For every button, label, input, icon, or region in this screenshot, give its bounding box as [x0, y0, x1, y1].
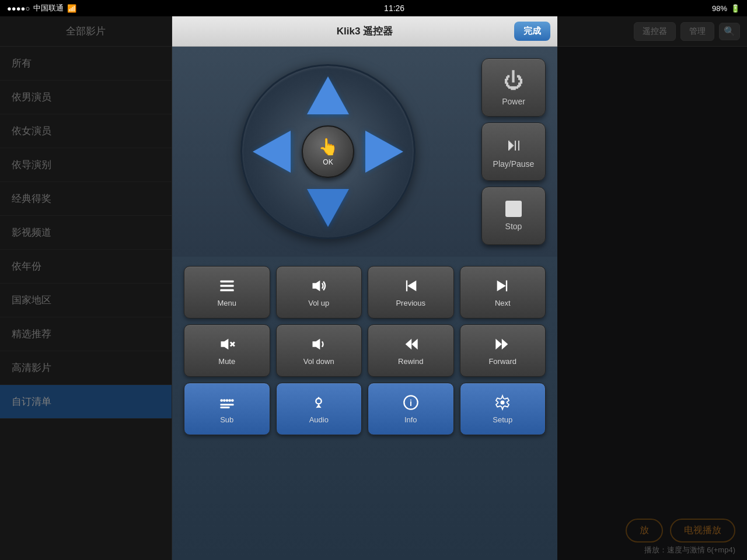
power-label: Power: [502, 97, 525, 106]
previous-button[interactable]: Previous: [368, 266, 454, 318]
stop-button[interactable]: Stop: [481, 187, 546, 245]
stop-label: Stop: [505, 222, 522, 231]
wifi-icon: 📶: [67, 4, 76, 13]
dpad-container: 👆 OK: [184, 58, 472, 245]
stop-icon: [505, 201, 522, 217]
status-bar-left: ●●●●○ 中国联通 📶: [7, 3, 76, 13]
mute-label: Mute: [218, 357, 235, 366]
menu-button[interactable]: Menu: [184, 266, 270, 318]
svg-point-21: [228, 399, 231, 402]
svg-rect-16: [220, 404, 233, 405]
modal-title: Klik3 遥控器: [337, 24, 393, 38]
forward-button[interactable]: Forward: [460, 324, 546, 377]
mute-icon: [219, 336, 235, 352]
dpad: 👆 OK: [240, 64, 416, 239]
ok-label: OK: [323, 158, 333, 166]
next-button[interactable]: Next: [460, 266, 546, 318]
play-pause-button[interactable]: ⏯ Play/Pause: [481, 123, 546, 181]
svg-rect-17: [220, 407, 229, 408]
forward-label: Forward: [488, 357, 516, 366]
svg-rect-2: [220, 289, 233, 291]
setup-label: Setup: [493, 415, 512, 424]
mute-button[interactable]: Mute: [184, 324, 270, 377]
vol-up-button[interactable]: Vol up: [276, 266, 362, 318]
ok-icon: 👆: [318, 137, 338, 156]
status-bar: ●●●●○ 中国联通 📶 11:26 98% 🔋: [0, 0, 747, 16]
previous-icon: [403, 278, 419, 294]
svg-marker-15: [502, 338, 508, 349]
rewind-label: Rewind: [398, 357, 423, 366]
next-label: Next: [495, 299, 511, 307]
vol-up-label: Vol up: [308, 299, 329, 307]
play-pause-icon: ⏯: [505, 135, 522, 155]
svg-point-19: [223, 399, 226, 402]
remote-upper: 👆 OK ⏻ Power ⏯ Play/Pause Stop: [172, 47, 557, 257]
svg-text:i: i: [410, 398, 412, 407]
svg-point-20: [225, 399, 228, 402]
status-bar-right: 98% 🔋: [712, 4, 740, 13]
time-display: 11:26: [384, 4, 404, 13]
modal-header: Klik3 遥控器 完成: [172, 16, 557, 47]
svg-marker-7: [497, 280, 506, 291]
power-icon: ⏻: [504, 69, 523, 92]
dpad-down-button[interactable]: [307, 189, 349, 227]
setup-button[interactable]: Setup: [460, 383, 546, 435]
info-button[interactable]: i Info: [368, 383, 454, 435]
svg-point-18: [220, 399, 223, 402]
remote-lower: Menu Vol up Previous: [172, 257, 557, 560]
sub-icon: [219, 394, 235, 411]
carrier-label: 中国联通: [33, 3, 64, 13]
svg-rect-1: [220, 285, 233, 287]
svg-point-22: [231, 399, 234, 402]
modal-done-button[interactable]: 完成: [514, 22, 550, 41]
svg-marker-11: [313, 338, 320, 349]
previous-label: Previous: [396, 299, 425, 307]
svg-marker-5: [407, 280, 416, 291]
power-button[interactable]: ⏻ Power: [481, 58, 546, 117]
dpad-left-button[interactable]: [253, 131, 291, 173]
next-icon: [494, 278, 511, 294]
audio-label: Audio: [309, 415, 329, 424]
menu-label: Menu: [217, 299, 236, 307]
battery-label: 98%: [712, 4, 727, 13]
sub-label: Sub: [220, 415, 233, 424]
svg-marker-8: [221, 338, 228, 349]
play-pause-label: Play/Pause: [493, 159, 535, 169]
info-label: Info: [404, 415, 417, 424]
vol-down-button[interactable]: Vol down: [276, 324, 362, 377]
info-icon: i: [403, 394, 419, 411]
remote-modal: Klik3 遥控器 完成 👆 OK: [172, 16, 557, 560]
svg-marker-6: [506, 280, 507, 291]
signal-dots: ●●●●○: [7, 4, 30, 13]
vol-down-label: Vol down: [303, 357, 334, 366]
sub-button[interactable]: Sub: [184, 383, 270, 435]
setup-icon: [494, 394, 511, 411]
svg-marker-13: [405, 338, 411, 349]
menu-icon: [219, 278, 235, 294]
rewind-icon: [403, 336, 419, 352]
audio-button[interactable]: Audio: [276, 383, 362, 435]
vol-down-icon: [310, 336, 327, 352]
dpad-up-button[interactable]: [307, 76, 349, 114]
dpad-right-button[interactable]: [365, 131, 403, 173]
side-buttons: ⏻ Power ⏯ Play/Pause Stop: [481, 58, 546, 245]
svg-marker-12: [411, 338, 418, 349]
ok-button[interactable]: 👆 OK: [302, 125, 354, 178]
svg-rect-0: [220, 280, 233, 282]
svg-marker-4: [406, 280, 407, 291]
button-grid: Menu Vol up Previous: [184, 266, 546, 435]
svg-point-27: [501, 400, 505, 404]
svg-point-23: [316, 398, 322, 404]
svg-marker-14: [496, 338, 502, 349]
audio-icon: [310, 394, 327, 411]
forward-icon: [494, 336, 511, 352]
battery-icon: 🔋: [731, 4, 740, 13]
svg-marker-3: [313, 280, 320, 291]
rewind-button[interactable]: Rewind: [368, 324, 454, 377]
vol-up-icon: [310, 278, 327, 294]
